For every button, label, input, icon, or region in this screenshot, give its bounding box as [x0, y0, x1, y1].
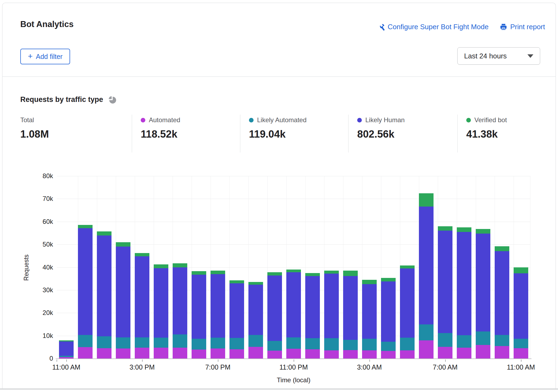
segment-likely-automated [495, 335, 509, 346]
chart-bar-11-00-pm-12[interactable] [286, 270, 301, 358]
segment-likely-automated [173, 334, 187, 348]
stat-likely-human[interactable]: Likely Human802.56k [348, 115, 457, 152]
segment-likely-automated [324, 338, 339, 351]
chart-bar-5-00-am-18[interactable] [400, 265, 415, 358]
segment-likely-automated [476, 331, 490, 345]
stat-verified-bot[interactable]: Verified bot41.38k [457, 115, 541, 152]
chart-bar-4-00-am-17[interactable] [381, 278, 396, 358]
segment-likely-human [419, 207, 434, 324]
segment-likely-automated [381, 342, 396, 351]
segment-verified-bot [267, 272, 282, 275]
stat-label: Likely Human [365, 116, 405, 124]
x-tick-mark [521, 360, 521, 362]
segment-automated [78, 347, 93, 358]
segment-likely-automated [211, 338, 225, 348]
segment-automated [154, 348, 168, 359]
segment-verified-bot [495, 246, 509, 251]
segment-likely-automated [419, 324, 434, 340]
chart-bar-12-00-pm-1[interactable] [78, 225, 93, 358]
segment-automated [229, 349, 244, 358]
stat-total[interactable]: Total1.08M [20, 115, 132, 152]
segment-likely-human [381, 281, 396, 342]
segment-likely-automated [400, 338, 415, 350]
x-tick-mark [294, 360, 294, 362]
chart-bar-12-00-am-13[interactable] [305, 273, 320, 358]
x-tick-mark [369, 360, 370, 362]
segment-likely-automated [116, 337, 130, 348]
chart-bar-7-00-pm-8[interactable] [211, 271, 225, 358]
chart-bar-5-00-pm-6[interactable] [173, 263, 187, 358]
x-axis-line [56, 358, 531, 359]
stat-label: Automated [149, 116, 180, 124]
legend-dot [141, 118, 145, 122]
chart-bar-3-00-am-16[interactable] [362, 280, 377, 358]
segment-automated [381, 351, 396, 358]
x-tick-label: 11:00 AM [52, 363, 80, 371]
chart-bar-11-00-am-0[interactable] [59, 340, 74, 359]
chart-bar-6-00-am-19[interactable] [419, 193, 434, 358]
chart-bar-7-00-am-20[interactable] [438, 226, 452, 358]
segment-automated [211, 348, 225, 358]
time-range-value: Last 24 hours [464, 52, 507, 60]
stat-label: Total [20, 116, 34, 124]
chart-bar-8-00-am-21[interactable] [457, 227, 471, 358]
segment-verified-bot [457, 227, 471, 232]
segment-verified-bot [59, 340, 74, 341]
segment-automated [248, 347, 263, 358]
chart-bar-2-00-am-15[interactable] [343, 271, 358, 358]
chart-bar-4-00-pm-5[interactable] [154, 264, 168, 358]
segment-likely-human [362, 284, 377, 339]
segment-likely-automated [343, 340, 358, 350]
requests-stacked-bar-chart [57, 176, 530, 359]
section-title-row: Requests by traffic type [20, 95, 117, 104]
stat-automated[interactable]: Automated118.52k [132, 115, 240, 152]
stat-likely-automated[interactable]: Likely Automated119.04k [240, 115, 348, 152]
stat-value: 118.52k [141, 128, 232, 140]
segment-automated [324, 350, 339, 358]
chart-bar-10-00-am-23[interactable] [495, 246, 509, 358]
segment-likely-automated [192, 339, 206, 350]
segment-likely-human [97, 235, 111, 336]
segment-verified-bot [324, 271, 339, 274]
chart-bar-2-00-pm-3[interactable] [116, 242, 130, 358]
segment-likely-automated [457, 335, 471, 348]
segment-likely-human [154, 268, 168, 338]
chart-bar-1-00-am-14[interactable] [324, 271, 339, 358]
horizontal-gridline [57, 176, 530, 176]
segment-likely-human [192, 275, 206, 339]
segment-verified-bot [514, 267, 528, 273]
segment-likely-human [229, 283, 244, 338]
horizontal-gridline [57, 222, 530, 222]
print-report-link[interactable]: Print report [500, 23, 545, 31]
configure-super-bot-fight-mode-link[interactable]: Configure Super Bot Fight Mode [377, 23, 489, 31]
segment-verified-bot [192, 271, 206, 275]
add-filter-button[interactable]: + Add filter [20, 49, 70, 64]
wrench-icon [377, 23, 385, 31]
chart-bar-3-00-pm-4[interactable] [135, 253, 149, 358]
chart-bar-10-00-pm-11[interactable] [267, 272, 282, 358]
segment-verified-bot [135, 253, 149, 256]
segment-automated [116, 348, 130, 358]
segment-verified-bot [211, 271, 225, 274]
segment-automated [362, 350, 377, 358]
bottom-section-divider [0, 388, 558, 390]
stat-value: 41.38k [466, 128, 533, 140]
chart-bar-11-00-am-24[interactable] [514, 267, 528, 358]
stat-value: 119.04k [249, 128, 340, 140]
add-filter-label: Add filter [36, 53, 63, 61]
chart-bar-9-00-pm-10[interactable] [248, 282, 263, 358]
chart-bar-6-00-pm-7[interactable] [192, 271, 206, 358]
segment-verified-bot [400, 265, 415, 268]
chevron-down-icon [527, 54, 533, 58]
legend-dot [466, 118, 471, 122]
chart-bar-9-00-am-22[interactable] [476, 229, 490, 358]
pie-chart-icon [108, 95, 117, 104]
chart-bar-1-00-pm-2[interactable] [97, 231, 111, 358]
segment-likely-human [324, 274, 339, 338]
y-tick-label: 40k [31, 264, 53, 271]
time-range-select[interactable]: Last 24 hours [457, 47, 540, 65]
segment-verified-bot [97, 231, 111, 235]
segment-automated [135, 348, 149, 358]
chart-bar-8-00-pm-9[interactable] [229, 280, 244, 358]
segment-verified-bot [419, 193, 434, 207]
